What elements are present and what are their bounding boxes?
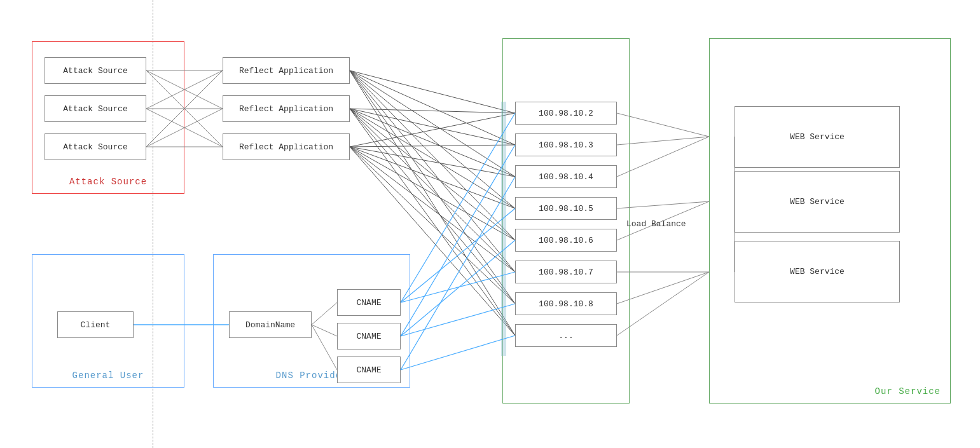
svg-line-25 — [350, 113, 515, 147]
svg-line-35 — [401, 208, 515, 302]
our-service-group-label: Our Service — [875, 386, 941, 397]
web-service-box-2: WEB Service — [735, 171, 900, 233]
ip-box-7: 100.98.10.8 — [515, 292, 617, 315]
svg-line-11 — [350, 71, 515, 177]
svg-line-49 — [617, 201, 709, 208]
web-service-box-3: WEB Service — [735, 241, 900, 302]
svg-line-39 — [401, 304, 515, 336]
attack-source-group-label: Attack Source — [69, 177, 147, 187]
ip-group — [502, 38, 630, 404]
ip-box-6: 100.98.10.7 — [515, 261, 617, 283]
svg-line-19 — [350, 109, 515, 177]
load-balance-label: Load Balance — [626, 219, 686, 229]
svg-line-12 — [350, 71, 515, 208]
svg-line-14 — [350, 71, 515, 272]
ip-box-4: 100.98.10.5 — [515, 197, 617, 220]
svg-line-29 — [350, 147, 515, 240]
svg-line-9 — [350, 71, 515, 113]
svg-line-46 — [617, 113, 709, 137]
web-service-box-1: WEB Service — [735, 106, 900, 168]
svg-line-52 — [617, 272, 709, 304]
svg-line-21 — [350, 109, 515, 240]
ip-box-2: 100.98.10.3 — [515, 133, 617, 156]
svg-line-27 — [350, 147, 515, 177]
svg-line-13 — [350, 71, 515, 240]
svg-line-36 — [401, 272, 515, 302]
reflect-app-box-1: Reflect Application — [223, 57, 350, 84]
svg-line-20 — [350, 109, 515, 208]
svg-line-37 — [401, 145, 515, 336]
svg-line-17 — [350, 109, 515, 113]
svg-line-30 — [350, 147, 515, 272]
svg-line-53 — [617, 272, 709, 336]
svg-line-22 — [350, 109, 515, 272]
cname-box-1: CNAME — [337, 289, 401, 316]
svg-line-48 — [617, 137, 709, 177]
domain-name-box: DomainName — [229, 311, 312, 338]
svg-line-28 — [350, 147, 515, 208]
svg-line-41 — [401, 336, 515, 370]
attack-source-box-3: Attack Source — [45, 133, 146, 160]
ip-box-5: 100.98.10.6 — [515, 229, 617, 252]
svg-line-26 — [350, 145, 515, 147]
diagram-container: { "title": "DDoS Attack Diagram", "group… — [0, 0, 980, 448]
reflect-app-box-3: Reflect Application — [223, 133, 350, 160]
client-box: Client — [57, 311, 134, 338]
attack-source-box-2: Attack Source — [45, 95, 146, 122]
svg-line-38 — [401, 240, 515, 336]
svg-line-18 — [350, 109, 515, 145]
cname-box-2: CNAME — [337, 323, 401, 350]
cname-box-3: CNAME — [337, 356, 401, 383]
svg-line-34 — [401, 113, 515, 302]
attack-source-box-1: Attack Source — [45, 57, 146, 84]
general-user-group-label: General User — [72, 370, 144, 381]
ip-box-dots: ... — [515, 324, 617, 347]
svg-line-47 — [617, 137, 709, 145]
svg-line-10 — [350, 71, 515, 145]
ip-box-1: 100.98.10.2 — [515, 102, 617, 125]
reflect-app-box-2: Reflect Application — [223, 95, 350, 122]
svg-line-40 — [401, 177, 515, 370]
ip-box-3: 100.98.10.4 — [515, 165, 617, 188]
